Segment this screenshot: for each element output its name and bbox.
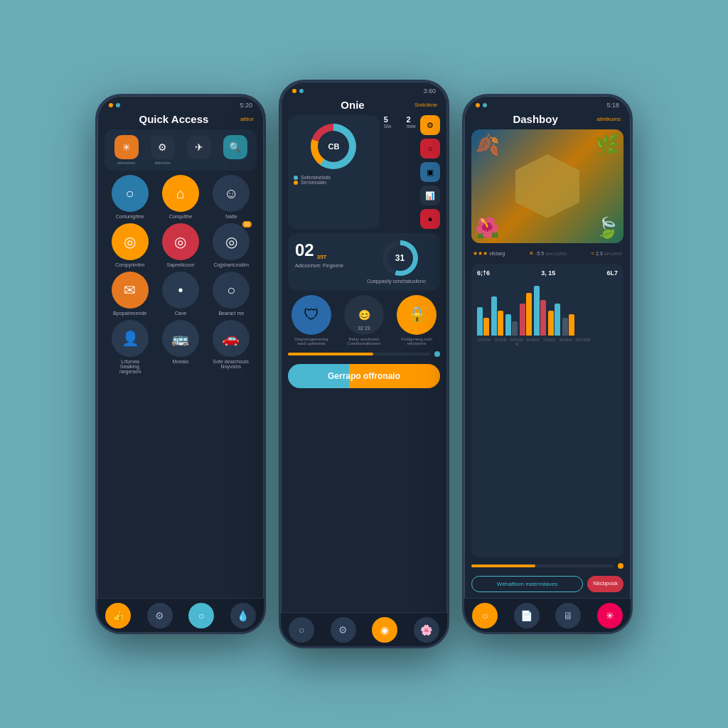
stat-row-1: Sofeminelsds [294,175,374,180]
status-dot-yellow [109,103,113,107]
stat-num-2: 2 [406,115,416,124]
side-icon-2[interactable]: ▣ [420,162,440,182]
phone3-title: Dashboy [513,113,557,125]
circle-item-2[interactable]: 🔒 Fnidgunerg ooth relictaions [395,295,438,346]
big-circle-shield[interactable]: 🛡 [291,295,331,335]
app-btn-dark-0[interactable]: ☺ [213,175,250,212]
nav-bar-3: Dashboy alintkums [464,112,631,129]
app-btn-blue[interactable]: ○ [112,175,149,212]
circle-label-1: Bality stoclisaon Condicoealiicsern [343,337,385,346]
big-circle-smile[interactable]: 😊 32 23 [344,295,384,335]
main-scene: 5:20 Quick Access altiior ✳ altimeteis ⚙… [95,80,633,648]
big-circle-lock[interactable]: 🔒 [397,295,437,335]
side-icon-4[interactable]: ● [420,209,440,229]
app-label-4: Sapretiicoon [167,262,195,267]
phone-onie: 3:60 Onie Sniicikne CB [279,80,449,648]
app-item-compyrimtim[interactable]: ◎ Compyrimtim [112,223,149,267]
app-item-cojjshart[interactable]: ◎ 36 Cojjshartcnoitim [213,223,250,267]
grid-icon-1[interactable]: ⚙ [151,135,175,159]
app-btn-person[interactable]: 👤 [112,320,149,357]
status-bar-3: 5:18 [464,96,631,112]
icon-cell-0[interactable]: ✳ altimeteis [110,135,142,165]
btn-fill[interactable]: Nlicbposk [587,576,623,592]
grid-icon-2[interactable]: ✈ [187,135,211,159]
circle-item-1[interactable]: 😊 32 23 Bality stoclisaon Condicoealiics… [343,295,385,346]
app-item-conqutthe[interactable]: ⌂ Conqutthe [162,175,199,219]
tilde-icon: ≈ [592,250,594,257]
side-icon-3[interactable]: 📊 [420,186,440,205]
clock-sublabel: 35T [317,254,327,260]
icon-cell-1[interactable]: ⚙ altimetis [146,135,178,165]
bar-group-6 [562,314,574,336]
app-item-cave[interactable]: • Cave [162,272,199,316]
bnav-circle[interactable]: ○ [188,603,214,628]
bnav2-circle[interactable]: ○ [289,617,314,643]
stat-label-2: Srrromoalin [301,180,326,185]
app-btn-red[interactable]: ◎ [162,223,199,260]
bnav-gear[interactable]: ⚙ [147,603,173,628]
clock-left: 02 35T Adicionhort: Fingeerie [295,240,361,284]
bottom-nav-3: ○ 📄 🖥 ✳ [464,598,631,632]
bnav2-flower[interactable]: 🌸 [414,617,439,643]
cross-icon: ✕ [529,250,534,257]
leaf-tl: 🍂 [475,133,500,156]
side-icon-0[interactable]: ⚙ [420,115,440,135]
grid-icon-3[interactable]: 🔍 [223,135,247,159]
app-item-natte[interactable]: ☺ Natte [213,175,250,219]
bar-3-1 [526,293,532,336]
app-item-moeaio[interactable]: 🚌 Moeaio [162,320,199,364]
grid-label-0: altimeteis [117,161,135,165]
circle-nums: 32 23 [358,326,370,331]
app-btn-bus[interactable]: 🚌 [162,320,199,357]
star-label-0: vlictarg [489,251,505,256]
circle-item-0[interactable]: 🛡 Dioponogemering easil uplametis [290,295,333,346]
bnav3-star[interactable]: ✳ [597,603,623,628]
bnav2-dot[interactable]: ◉ [372,617,397,643]
app-item-bpopalnmende[interactable]: ✉ Bpopalnmende [112,272,149,316]
action-btn-big[interactable]: Gerrapo offronaio [288,364,440,388]
cnum-2: 6L7 [606,269,618,277]
app-btn-dark-3[interactable]: ○ [213,272,250,309]
nav-bar-1: Quick Access altiior [97,112,264,129]
grid-icon-0[interactable]: ✳ [114,135,139,159]
bar-5-0 [548,311,554,336]
icon-cell-2[interactable]: ✈ [183,135,215,165]
app-item-sote[interactable]: 🚗 Sote dearchiuds Noyvsins [211,320,250,369]
side-icon-1[interactable]: ○ [420,139,440,159]
icon-cell-3[interactable]: 🔍 [219,135,251,165]
btn-outline[interactable]: Wehaftiom iratermilaves [471,576,583,592]
bnav-thumb[interactable]: 👍 [105,603,131,628]
app-item-lrfumea[interactable]: 👤 Lrfumea Sealking, rargeraon [111,320,150,374]
bnav3-doc[interactable]: 📄 [514,603,540,628]
progress-track [288,353,430,355]
app-item-bearact[interactable]: ○ Bearact me [213,272,250,316]
star-item-1: ✕ -5.5 SACLERIG [529,250,567,257]
app-btn-dark-2[interactable]: • [162,272,199,309]
bar-chart [477,279,618,336]
progress-dot [434,351,440,357]
app-btn-orange[interactable]: ✉ [112,272,149,309]
status-dot-2y [292,89,296,93]
donut-widget-row: CB Sofeminelsds Srrromoalin [288,115,440,229]
phone2-subtitle: Sniicikne [414,102,437,108]
bnav3-circle[interactable]: ○ [472,603,498,628]
grid-label-1: altimetis [154,161,170,165]
app-label-cave: Cave [175,311,186,316]
app-btn-yellow-2[interactable]: ◎ [112,223,149,260]
stat-text-1: Sto [384,124,392,129]
phone1-content: ✳ altimeteis ⚙ altimetis ✈ 🔍 ○ Conlu [97,129,264,598]
app-btn-dark-1[interactable]: ◎ [213,223,250,260]
bnav-drop[interactable]: 💧 [230,603,256,628]
app-label-8: Lrfumea Sealking, rargeraon [111,359,150,374]
app-item-conlunightre[interactable]: ○ Conlunightre [112,175,149,219]
side-icons: ⚙ ○ ▣ 📊 ● [420,115,440,229]
bar-0-0 [477,307,483,336]
star-icon-0: ★★★ [473,250,488,257]
app-btn-car[interactable]: 🚗 [213,320,250,357]
bar-1-1 [498,311,503,336]
bnav3-screen[interactable]: 🖥 [555,603,581,628]
app-btn-yellow[interactable]: ⌂ [162,175,199,212]
stat-widget: 5 Sto 2 mee [384,115,416,229]
app-item-sapretiicoon[interactable]: ◎ Sapretiicoon [162,223,199,267]
bnav2-gear[interactable]: ⚙ [331,617,356,643]
